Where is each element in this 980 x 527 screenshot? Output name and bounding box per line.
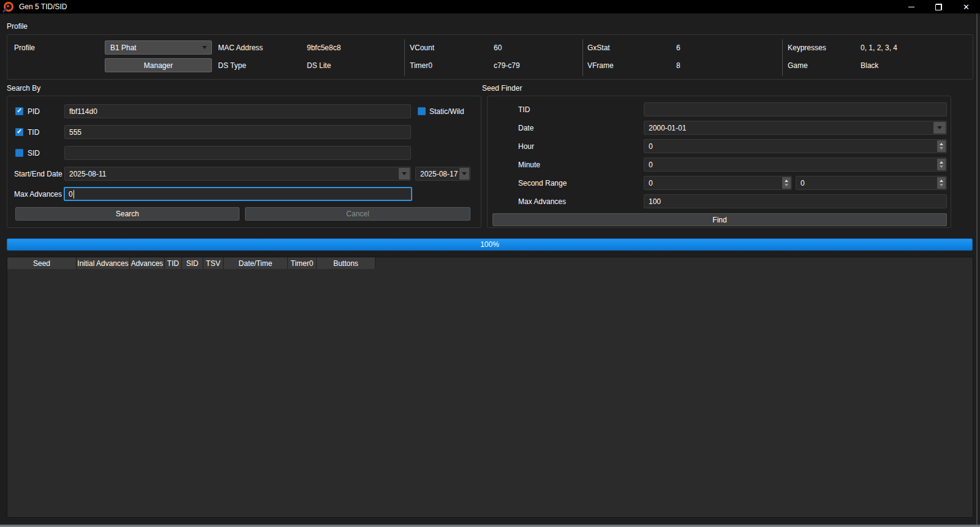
pid-input[interactable]: fbf114d0 xyxy=(64,104,411,118)
keypresses-value: 0, 1, 2, 3, 4 xyxy=(861,40,897,55)
profile-combobox-value: B1 Phat xyxy=(110,44,137,52)
game-label: Game xyxy=(788,58,808,72)
column-header-tid[interactable]: TID xyxy=(165,257,182,269)
ds-type-label: DS Type xyxy=(218,58,246,72)
sf-second-range-label: Second Range xyxy=(518,176,567,190)
calendar-dropdown-icon[interactable] xyxy=(933,122,946,134)
seed-finder-groupbox: TID Date 2000-01-01 Hour 0 Minute 0 Seco… xyxy=(487,96,951,228)
static-wild-checkbox[interactable] xyxy=(418,107,426,115)
column-header-seed[interactable]: Seed xyxy=(7,257,77,269)
pokefinder-logo-icon xyxy=(4,2,13,12)
max-advances-input[interactable]: 0 xyxy=(64,187,412,201)
tid-checkbox[interactable] xyxy=(15,128,23,136)
sf-date-input[interactable]: 2000-01-01 xyxy=(644,121,947,135)
restore-icon xyxy=(935,4,942,10)
column-header-datetime[interactable]: Date/Time xyxy=(224,257,288,269)
column-header-sid[interactable]: SID xyxy=(182,257,203,269)
profile-label: Profile xyxy=(14,40,35,55)
pid-checkbox[interactable] xyxy=(15,107,23,115)
profile-divider xyxy=(782,39,783,76)
title-bar: Gen 5 TID/SID ✕ xyxy=(0,0,980,13)
cancel-button: Cancel xyxy=(245,207,470,221)
gxstat-value: 6 xyxy=(676,40,680,55)
close-button[interactable]: ✕ xyxy=(952,0,980,13)
profile-combobox[interactable]: B1 Phat xyxy=(105,40,212,55)
window-title: Gen 5 TID/SID xyxy=(19,2,67,11)
start-date-input[interactable]: 2025-08-11 xyxy=(64,167,411,181)
gxstat-label: GxStat xyxy=(587,40,610,55)
profile-groupbox: Profile B1 Phat Manager MAC Address 9bfc… xyxy=(7,34,973,80)
vframe-label: VFrame xyxy=(587,58,614,72)
game-value: Black xyxy=(861,58,878,72)
progress-percentage: 100% xyxy=(480,240,499,249)
search-by-section-label: Search By xyxy=(7,84,40,93)
sid-checkbox[interactable] xyxy=(15,149,23,157)
start-end-date-label: Start/End Date xyxy=(14,167,62,181)
restore-button[interactable] xyxy=(925,0,952,13)
column-header-advances[interactable]: Advances xyxy=(130,257,165,269)
close-icon: ✕ xyxy=(963,3,970,11)
sid-input[interactable] xyxy=(64,146,411,160)
static-wild-label: Static/Wild xyxy=(429,104,464,118)
column-header-initial-advances[interactable]: Initial Advances xyxy=(77,257,130,269)
sf-hour-label: Hour xyxy=(518,139,534,153)
seed-finder-section-label: Seed Finder xyxy=(482,84,522,93)
profile-section-label: Profile xyxy=(7,22,28,31)
mac-address-value: 9bfc5e8c8 xyxy=(307,40,341,55)
keypresses-label: Keypresses xyxy=(788,40,826,55)
calendar-dropdown-icon[interactable] xyxy=(399,168,410,180)
find-button[interactable]: Find xyxy=(492,213,947,226)
minimize-button[interactable] xyxy=(897,0,925,13)
sf-max-advances-input[interactable]: 100 xyxy=(644,194,947,208)
calendar-dropdown-icon[interactable] xyxy=(459,168,469,180)
tid-input[interactable]: 555 xyxy=(64,125,411,139)
sf-date-label: Date xyxy=(518,121,533,135)
window-edge-right xyxy=(976,13,978,525)
end-date-input[interactable]: 2025-08-17 xyxy=(415,167,470,181)
sf-tid-label: TID xyxy=(518,102,530,116)
ds-type-value: DS Lite xyxy=(307,58,331,72)
timer0-value: c79-c79 xyxy=(494,58,520,72)
vcount-label: VCount xyxy=(410,40,434,55)
minimize-icon xyxy=(908,7,914,7)
sf-second-start-spinbox[interactable]: 0 xyxy=(644,176,792,190)
spinner-arrows-icon[interactable] xyxy=(937,159,946,170)
column-header-timer0[interactable]: Timer0 xyxy=(288,257,317,269)
mac-address-label: MAC Address xyxy=(218,40,263,55)
sf-minute-label: Minute xyxy=(518,157,540,172)
sf-minute-spinbox[interactable]: 0 xyxy=(644,157,947,172)
timer0-label: Timer0 xyxy=(410,58,432,72)
window-edge-bottom xyxy=(0,525,980,527)
text-cursor xyxy=(74,190,74,199)
tid-label: TID xyxy=(28,125,39,139)
manager-button[interactable]: Manager xyxy=(105,58,212,72)
results-table-header: Seed Initial Advances Advances TID SID T… xyxy=(7,257,973,269)
column-header-buttons[interactable]: Buttons xyxy=(317,257,375,269)
spinner-arrows-icon[interactable] xyxy=(937,177,946,189)
column-header-tsv[interactable]: TSV xyxy=(203,257,224,269)
profile-divider xyxy=(582,39,583,76)
sf-tid-input[interactable] xyxy=(644,102,947,116)
spinner-arrows-icon[interactable] xyxy=(937,140,946,152)
vframe-value: 8 xyxy=(676,58,680,72)
results-table: Seed Initial Advances Advances TID SID T… xyxy=(7,257,973,518)
sf-max-advances-label: Max Advances xyxy=(518,194,566,208)
chevron-down-icon[interactable] xyxy=(198,42,211,53)
spinner-arrows-icon[interactable] xyxy=(782,177,791,189)
vcount-value: 60 xyxy=(494,40,502,55)
max-advances-label: Max Advances xyxy=(14,187,62,201)
search-button[interactable]: Search xyxy=(15,207,239,221)
profile-divider xyxy=(404,39,405,76)
sf-hour-spinbox[interactable]: 0 xyxy=(644,139,947,153)
progress-bar: 100% xyxy=(7,238,973,251)
sf-second-end-spinbox[interactable]: 0 xyxy=(796,176,947,190)
pid-label: PID xyxy=(28,104,40,118)
sid-label: SID xyxy=(28,146,40,160)
window-controls: ✕ xyxy=(897,0,980,13)
search-by-groupbox: PID fbf114d0 Static/Wild TID 555 SID Sta… xyxy=(7,96,481,228)
